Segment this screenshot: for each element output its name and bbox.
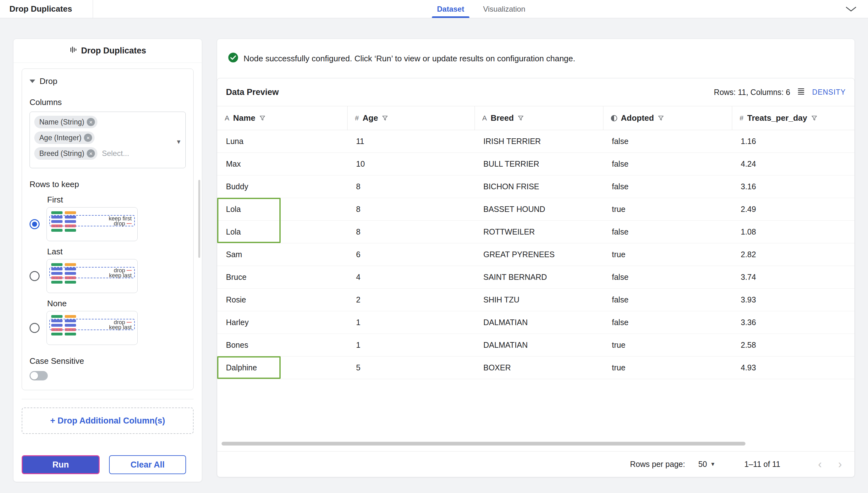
table-cell: Rosie: [217, 288, 347, 311]
table-cell: false: [603, 130, 732, 153]
table-cell: Luna: [217, 130, 347, 153]
rows-to-keep-option: None dropkeep last: [29, 299, 186, 345]
density-icon[interactable]: [797, 87, 805, 97]
table-row: Luna11IRISH TERRIERfalse1.16: [217, 130, 854, 153]
table-cell: true: [603, 334, 732, 357]
table-cell: false: [603, 288, 732, 311]
diagram-dashed-box: dropkeep last: [49, 319, 135, 330]
table-cell: SAINT BERNARD: [474, 266, 603, 288]
rows-to-keep-option: Last dropkeep last: [29, 247, 186, 293]
table-header-row: AName#AgeABreedAdopted#Treats_per_day: [217, 106, 854, 130]
diagram-dashed-box: keep firstdrop: [49, 215, 135, 227]
next-page-button[interactable]: ›: [838, 459, 842, 470]
drop-section-header[interactable]: Drop: [29, 77, 186, 86]
column-select-placeholder[interactable]: Select...: [102, 149, 129, 158]
table-row: Dalphine5BOXERtrue4.93: [217, 357, 854, 379]
panel-title: Drop Duplicates: [81, 46, 146, 56]
table-cell: Lola: [217, 221, 347, 243]
table-row: Lola8BASSET HOUNDtrue2.49: [217, 198, 854, 221]
horizontal-scrollbar[interactable]: [222, 442, 745, 446]
table-cell: 1.08: [732, 221, 854, 243]
remove-chip-icon[interactable]: ×: [87, 149, 95, 157]
option-label: First: [47, 195, 186, 205]
table-row: Bruce4SAINT BERNARDfalse3.74: [217, 266, 854, 288]
diagram-dashed-box: dropkeep last: [49, 267, 135, 278]
table-cell: DALMATIAN: [474, 334, 603, 357]
collapse-chevron-icon[interactable]: [845, 6, 868, 12]
column-chip[interactable]: Age (Integer)×: [34, 131, 95, 144]
rows-to-keep-label: Rows to keep: [29, 179, 186, 189]
table-cell: Max: [217, 153, 347, 175]
window-title: Drop Duplicates: [0, 0, 93, 18]
radio-none[interactable]: [29, 323, 40, 333]
string-type-icon: A: [225, 114, 229, 122]
case-sensitive-toggle[interactable]: [29, 371, 48, 381]
tab-dataset[interactable]: Dataset: [435, 0, 466, 18]
filter-icon[interactable]: [518, 115, 524, 121]
remove-chip-icon[interactable]: ×: [87, 118, 95, 126]
table-cell: 1: [347, 311, 474, 334]
columns-select[interactable]: Name (String)×Age (Integer)×Breed (Strin…: [29, 112, 186, 168]
divider: [22, 399, 194, 399]
column-header-treats_per_day[interactable]: #Treats_per_day: [732, 106, 854, 130]
column-header-age[interactable]: #Age: [347, 106, 474, 130]
number-type-icon: #: [355, 114, 359, 122]
column-header-name[interactable]: AName: [217, 106, 347, 130]
radio-first[interactable]: [29, 219, 40, 229]
rows-diagram: keep firstdrop: [46, 207, 138, 241]
view-tabs: Dataset Visualization: [435, 0, 527, 18]
table-row: Buddy8BICHON FRISEfalse3.16: [217, 175, 854, 198]
column-header-adopted[interactable]: Adopted: [603, 106, 732, 130]
table-cell: BULL TERRIER: [474, 153, 603, 175]
table-cell: 2.82: [732, 243, 854, 266]
table-cell: BOXER: [474, 357, 603, 379]
filter-icon[interactable]: [259, 115, 266, 121]
column-chip[interactable]: Name (String)×: [34, 116, 97, 128]
table-cell: Lola: [217, 198, 347, 221]
table-row: Rosie2SHIH TZUfalse3.93: [217, 288, 854, 311]
rows-columns-summary: Rows: 11, Columns: 6: [714, 88, 791, 97]
column-chip[interactable]: Breed (String)×: [34, 147, 97, 160]
table-cell: 1: [347, 334, 474, 357]
table-cell: Sam: [217, 243, 347, 266]
filter-icon[interactable]: [382, 115, 388, 121]
chevron-down-icon: ▼: [710, 461, 716, 468]
node-icon: [69, 46, 77, 56]
table-cell: 11: [347, 130, 474, 153]
filter-icon[interactable]: [811, 115, 817, 121]
table-cell: 10: [347, 153, 474, 175]
vertical-scrollbar[interactable]: [198, 180, 200, 258]
option-label: None: [47, 299, 186, 308]
pagination-footer: Rows per page: 50 ▼ 1–11 of 11 ‹ ›: [217, 451, 854, 477]
drop-additional-columns-button[interactable]: + Drop Additional Column(s): [22, 407, 194, 434]
table-cell: false: [603, 266, 732, 288]
rows-per-page-select[interactable]: 50 ▼: [698, 460, 716, 469]
columns-label: Columns: [29, 98, 186, 107]
run-button[interactable]: Run: [22, 455, 99, 474]
table-cell: Bones: [217, 334, 347, 357]
column-header-breed[interactable]: ABreed: [474, 106, 603, 130]
remove-chip-icon[interactable]: ×: [84, 134, 92, 142]
panel-header: Drop Duplicates: [14, 39, 202, 63]
table-cell: 3.74: [732, 266, 854, 288]
rows-to-keep-option: First keep firstdrop: [29, 195, 186, 241]
tab-visualization[interactable]: Visualization: [481, 0, 527, 18]
table-cell: 6: [347, 243, 474, 266]
table-cell: ROTTWEILER: [474, 221, 603, 243]
radio-last[interactable]: [29, 271, 40, 281]
rows-diagram: dropkeep last: [46, 259, 138, 293]
table-cell: false: [603, 175, 732, 198]
select-chevron-icon[interactable]: ▾: [177, 138, 180, 146]
table-cell: IRISH TERRIER: [474, 130, 603, 153]
table-cell: true: [603, 198, 732, 221]
table-cell: 2: [347, 288, 474, 311]
status-message: Node successfully configured. Click ‘Run…: [244, 54, 575, 64]
filter-icon[interactable]: [658, 115, 664, 121]
clear-all-button[interactable]: Clear All: [109, 455, 186, 474]
density-button[interactable]: DENSITY: [812, 88, 846, 97]
previous-page-button[interactable]: ‹: [818, 459, 822, 470]
table-row: Max10BULL TERRIERfalse4.24: [217, 153, 854, 175]
config-panel: Drop Duplicates Drop Columns Name (Strin…: [13, 39, 202, 482]
topbar: Drop Duplicates Dataset Visualization: [0, 0, 868, 18]
table-cell: 3.93: [732, 288, 854, 311]
